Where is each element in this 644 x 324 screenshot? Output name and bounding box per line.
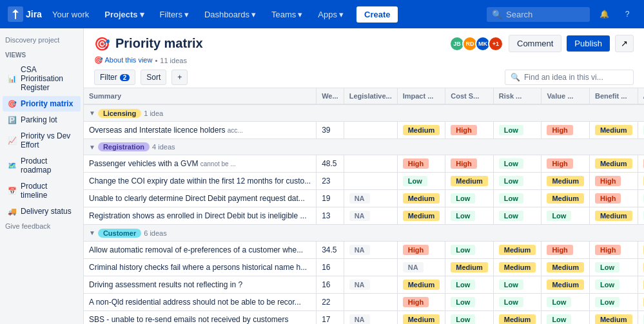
sidebar-icon-priority-matrix: 🎯 <box>8 99 17 108</box>
table-row: Registration shows as enrolled in Direct… <box>84 207 644 225</box>
table-row: A non-Qld residential address should not… <box>84 293 644 310</box>
weight-value: 34.5 <box>322 245 337 254</box>
sidebar-item-product-roadmap[interactable]: 🗺️Product roadmap <box>3 153 81 178</box>
share-button[interactable]: ↗ <box>615 35 634 52</box>
comment-button[interactable]: Comment <box>509 35 561 52</box>
col-header-impact[interactable]: Impact ... <box>397 88 445 104</box>
idea-title[interactable]: Allow automatic removal of e-preferences… <box>89 245 303 254</box>
add-filter-button[interactable]: + <box>171 70 188 85</box>
notifications-icon[interactable]: 🔔 <box>595 5 613 23</box>
main-content: 🎯 Priority matrix JBRDMK+1 Comment Publi… <box>84 28 644 324</box>
filter-count: 2 <box>120 74 130 81</box>
group-badge-customer: Customer <box>98 229 141 238</box>
sidebar-icon-parking: 🅿️ <box>8 115 17 124</box>
group-badge-licensing: Licensing <box>98 109 141 118</box>
create-button[interactable]: Create <box>356 6 398 23</box>
col-header-risk[interactable]: Risk ... <box>493 88 542 104</box>
sort-button[interactable]: Sort <box>141 70 166 85</box>
table-row: Overseas and Interstate licence holders … <box>84 121 644 138</box>
sidebar-item-priority-matrix[interactable]: 🎯Priority matrix <box>3 96 81 111</box>
nav-apps[interactable]: Apps ▾ <box>313 7 349 22</box>
find-idea-search[interactable]: 🔍 Find an idea in this vi... <box>505 70 634 85</box>
publish-button[interactable]: Publish <box>567 35 610 52</box>
page-header: 🎯 Priority matrix JBRDMK+1 Comment Publi… <box>84 28 644 55</box>
idea-title[interactable]: Unable to clearly determine Direct Debit… <box>89 194 305 203</box>
idea-title[interactable]: Driving assessment results not reflectin… <box>89 280 242 289</box>
sidebar-item-priority-dev[interactable]: 📈Priority vs Dev Effort <box>3 128 81 153</box>
avatar: +1 <box>488 36 503 52</box>
weight-value: 23 <box>322 176 330 186</box>
weight-value: 39 <box>322 126 330 135</box>
group-badge-registration: Registration <box>98 142 150 151</box>
weight-value: 19 <box>322 194 330 203</box>
sidebar-icon-priority-dev: 📈 <box>8 136 17 145</box>
col-header-cost[interactable]: Cost S... <box>445 88 494 104</box>
col-header-summary[interactable]: Summary <box>84 88 317 104</box>
search-icon: 🔍 <box>492 10 502 19</box>
table-row: Criminal history checks fail where a per… <box>84 258 644 276</box>
weight-value: 48.5 <box>322 159 337 168</box>
weight-value: 16 <box>322 280 330 289</box>
filter-button[interactable]: Filter 2 <box>94 70 135 85</box>
idea-title[interactable]: SBS - unable to re-send emails not recei… <box>89 315 288 324</box>
weight-value: 17 <box>322 315 330 324</box>
nav-teams[interactable]: Teams ▾ <box>266 7 307 22</box>
sidebar-item-product-timeline[interactable]: 📅Product timeline <box>3 178 81 203</box>
nav-filters[interactable]: Filters ▾ <box>155 7 194 22</box>
idea-title[interactable]: A non-Qld residential address should not… <box>89 298 301 307</box>
weight-value: 13 <box>322 211 330 220</box>
about-view-link[interactable]: 🎯 About this view <box>94 56 152 64</box>
page-title: Priority matrix <box>115 36 203 51</box>
col-header-benefit[interactable]: Benefit ... <box>589 88 638 104</box>
sidebar-icon-product-roadmap: 🗺️ <box>8 161 17 170</box>
help-icon[interactable]: ? <box>618 5 636 23</box>
ideas-table: SummaryWe...Legislative...Impact ...Cost… <box>84 88 644 324</box>
page-title-icon: 🎯 <box>94 36 110 52</box>
group-row-customer: ▼ Customer 6 ideas <box>84 225 644 242</box>
sidebar: Discovery project VIEWS 📊CSA Prioritisat… <box>0 28 84 324</box>
table-row: Allow automatic removal of e-preferences… <box>84 241 644 258</box>
avatar-group: JBRDMK+1 <box>449 36 503 52</box>
sidebar-item-delivery[interactable]: 🚚Delivery status <box>3 204 81 219</box>
find-icon: 🔍 <box>511 73 520 82</box>
idea-title[interactable]: Criminal history checks fail where a per… <box>89 263 307 272</box>
table-row: Unable to clearly determine Direct Debit… <box>84 190 644 207</box>
group-chevron-customer[interactable]: ▼ <box>89 229 95 236</box>
sidebar-icon-delivery: 🚚 <box>8 207 17 216</box>
nav-projects[interactable]: Projects ▾ <box>99 7 149 22</box>
give-feedback[interactable]: Give feedback <box>0 220 83 233</box>
table-row: SBS - unable to re-send emails not recei… <box>84 310 644 324</box>
sidebar-item-csa[interactable]: 📊CSA Prioritisation Register <box>3 62 81 95</box>
header-actions: JBRDMK+1 Comment Publish ↗ <box>449 35 634 52</box>
table-row: Passenger vehicles with a GVM cannot be … <box>84 155 644 173</box>
nav-search[interactable]: 🔍 Search <box>487 7 590 22</box>
nav-dashboards[interactable]: Dashboards ▾ <box>199 7 261 22</box>
col-header-weight[interactable]: We... <box>317 88 344 104</box>
idea-title[interactable]: Change the COI expiry date within the fi… <box>89 176 311 186</box>
idea-title[interactable]: Registration shows as enrolled in Direct… <box>89 211 307 220</box>
table-row: Driving assessment results not reflectin… <box>84 276 644 293</box>
group-row-licensing: ▼ Licensing 1 idea <box>84 104 644 121</box>
col-header-affected[interactable]: Affected... <box>638 88 644 104</box>
top-nav: Jira Your work Projects ▾ Filters ▾ Dash… <box>0 0 644 28</box>
sidebar-icon-csa: 📊 <box>8 74 17 83</box>
idea-count: 11 ideas <box>160 57 187 64</box>
sidebar-icon-product-timeline: 📅 <box>8 186 17 195</box>
weight-value: 22 <box>322 298 330 307</box>
group-chevron-registration[interactable]: ▼ <box>89 144 95 151</box>
col-header-legislative[interactable]: Legislative... <box>344 88 397 104</box>
group-row-registration: ▼ Registration 4 ideas <box>84 138 644 155</box>
views-label: VIEWS <box>0 46 83 61</box>
sidebar-project-label: Discovery project <box>0 33 83 46</box>
sidebar-item-parking[interactable]: 🅿️Parking lot <box>3 112 81 128</box>
weight-value: 16 <box>322 263 330 272</box>
group-chevron-licensing[interactable]: ▼ <box>89 110 95 117</box>
nav-your-work[interactable]: Your work <box>47 7 94 22</box>
col-header-value[interactable]: Value ... <box>542 88 590 104</box>
ideas-table-container: SummaryWe...Legislative...Impact ...Cost… <box>84 88 644 324</box>
logo[interactable]: Jira <box>8 6 42 22</box>
sub-header: 🎯 About this view • 11 ideas <box>84 55 644 67</box>
idea-title[interactable]: Passenger vehicles with a GVM <box>89 159 198 168</box>
idea-title[interactable]: Overseas and Interstate licence holders <box>89 126 225 135</box>
table-row: Change the COI expiry date within the fi… <box>84 173 644 190</box>
